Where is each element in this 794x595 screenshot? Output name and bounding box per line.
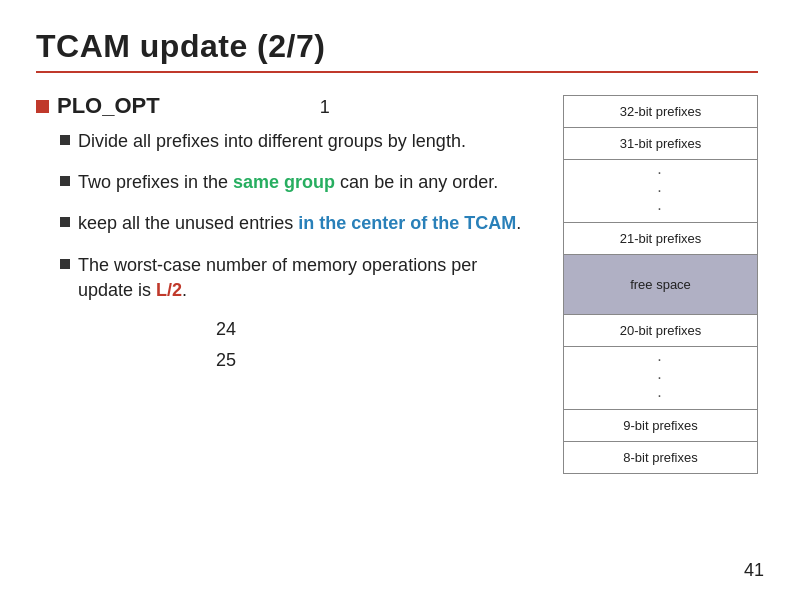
tcam-row-8bit: 8-bit prefixes bbox=[564, 442, 758, 474]
tcam-row-free-space: free space bbox=[564, 255, 758, 315]
tcam-cell-31bit: 31-bit prefixes bbox=[564, 128, 758, 160]
tcam-cell-9bit: 9-bit prefixes bbox=[564, 410, 758, 442]
tcam-row-dots-bottom: ··· bbox=[564, 347, 758, 410]
list-item-divide: Divide all prefixes into different group… bbox=[36, 129, 533, 154]
item-text-worst-case: The worst-case number of memory operatio… bbox=[78, 253, 533, 303]
num1-label: 1 bbox=[320, 97, 330, 118]
tcam-diagram: 32-bit prefixes 31-bit prefixes ··· 21-b… bbox=[563, 95, 758, 474]
slide-number: 41 bbox=[744, 560, 764, 581]
bullet-icon-keep-unused bbox=[60, 217, 70, 227]
tcam-row-21bit: 21-bit prefixes bbox=[564, 223, 758, 255]
bullet-icon-divide bbox=[60, 135, 70, 145]
bullet-icon-worst-case bbox=[60, 259, 70, 269]
main-content: PLO_OPT 1 Divide all prefixes into diffe… bbox=[36, 93, 758, 474]
item-text-keep-unused: keep all the unused entries in the cente… bbox=[78, 211, 521, 236]
same-group-highlight: same group bbox=[233, 172, 335, 192]
item-text-two-prefixes: Two prefixes in the same group can be in… bbox=[78, 170, 498, 195]
tcam-row-9bit: 9-bit prefixes bbox=[564, 410, 758, 442]
tcam-cell-free-space: free space bbox=[564, 255, 758, 315]
plo-opt-label: PLO_OPT bbox=[57, 93, 160, 119]
tcam-cell-dots-top: ··· bbox=[564, 160, 758, 223]
list-item-two-prefixes: Two prefixes in the same group can be in… bbox=[36, 170, 533, 195]
item-text-divide: Divide all prefixes into different group… bbox=[78, 129, 466, 154]
tcam-table: 32-bit prefixes 31-bit prefixes ··· 21-b… bbox=[563, 95, 758, 474]
tcam-cell-8bit: 8-bit prefixes bbox=[564, 442, 758, 474]
tcam-cell-32bit: 32-bit prefixes bbox=[564, 96, 758, 128]
tcam-row-31bit: 31-bit prefixes bbox=[564, 128, 758, 160]
tcam-row-dots-top: ··· bbox=[564, 160, 758, 223]
l2-highlight: L/2 bbox=[156, 280, 182, 300]
plo-bullet-icon bbox=[36, 100, 49, 113]
num24-label: 24 bbox=[216, 319, 533, 340]
num25-label: 25 bbox=[216, 350, 533, 371]
tcam-cell-21bit: 21-bit prefixes bbox=[564, 223, 758, 255]
tcam-row-20bit: 20-bit prefixes bbox=[564, 315, 758, 347]
tcam-cell-20bit: 20-bit prefixes bbox=[564, 315, 758, 347]
center-tcam-highlight: in the center of the TCAM bbox=[298, 213, 516, 233]
list-item-worst-case: The worst-case number of memory operatio… bbox=[36, 253, 533, 303]
slide-title: TCAM update (2/7) bbox=[36, 28, 325, 64]
title-area: TCAM update (2/7) bbox=[36, 28, 758, 73]
left-content: PLO_OPT 1 Divide all prefixes into diffe… bbox=[36, 93, 543, 371]
list-item-keep-unused: keep all the unused entries in the cente… bbox=[36, 211, 533, 236]
tcam-cell-dots-bottom: ··· bbox=[564, 347, 758, 410]
slide: TCAM update (2/7) PLO_OPT 1 Divide all p… bbox=[0, 0, 794, 595]
bullet-icon-two-prefixes bbox=[60, 176, 70, 186]
tcam-row-32bit: 32-bit prefixes bbox=[564, 96, 758, 128]
